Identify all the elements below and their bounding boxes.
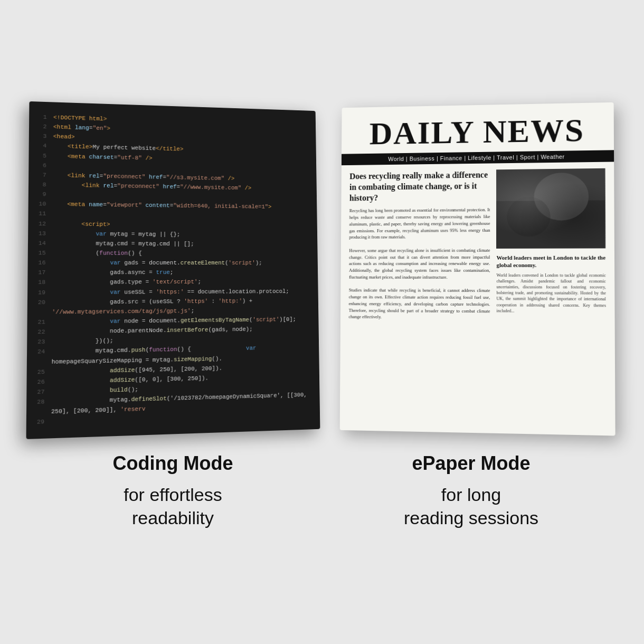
main-container: 1<!DOCTYPE html> 2<html lang="en"> 3<hea…	[32, 104, 612, 541]
epaper-mode-label-block: ePaper Mode for longreading sessions	[330, 452, 612, 529]
epaper-mode-subtitle: for longreading sessions	[330, 483, 612, 529]
epaper-mode-title: ePaper Mode	[330, 452, 612, 475]
newspaper-screen: DAILY NEWS World | Business | Finance | …	[340, 102, 615, 435]
code-line: 20 gads.src = (useSSL ? 'https' : 'http:…	[36, 296, 310, 317]
code-editor-screen: 1<!DOCTYPE html> 2<html lang="en"> 3<hea…	[26, 101, 320, 439]
newspaper-header: DAILY NEWS	[342, 102, 614, 149]
newspaper-right-column: World leaders meet in London to tackle t…	[496, 168, 606, 321]
svg-rect-1	[496, 168, 605, 248]
svg-rect-4	[496, 168, 605, 201]
article-body: Recycling has long been promoted as esse…	[349, 206, 490, 321]
coding-mode-title: Coding Mode	[32, 452, 314, 475]
svg-point-2	[534, 172, 589, 220]
svg-rect-0	[496, 168, 605, 248]
code-line: 16 var gads = document.createElement('sc…	[36, 258, 309, 268]
newspaper-title: DAILY NEWS	[352, 113, 603, 149]
screens-row: 1<!DOCTYPE html> 2<html lang="en"> 3<hea…	[32, 104, 612, 432]
code-content: 1<!DOCTYPE html> 2<html lang="en"> 3<hea…	[35, 112, 312, 427]
coding-mode-subtitle: for effortlessreadability	[32, 483, 314, 529]
code-line: 14 mytag.cmd = mytag.cmd || [];	[37, 238, 310, 249]
newspaper-left-column: Does recycling really make a difference …	[349, 169, 490, 321]
newspaper-body: Does recycling really make a difference …	[340, 168, 615, 330]
newspaper-nav: World | Business | Finance | Lifestyle |…	[342, 150, 614, 165]
code-line: 18 gads.type = 'text/script';	[36, 277, 310, 287]
code-line: 13 var mytag = mytag || {};	[37, 228, 309, 240]
labels-row: Coding Mode for effortlessreadability eP…	[32, 452, 612, 529]
news-image-caption: World leaders meet in London to tackle t…	[496, 253, 605, 269]
svg-point-3	[507, 196, 551, 236]
code-line: 17 gads.async = true;	[36, 268, 310, 278]
article-headline: Does recycling really make a difference …	[349, 169, 490, 203]
coding-mode-label-block: Coding Mode for effortlessreadability	[32, 452, 314, 529]
news-image	[496, 168, 605, 248]
code-line: 15 (function() {	[37, 248, 310, 259]
news-caption-body: World leaders convened in London to tack…	[496, 272, 606, 314]
